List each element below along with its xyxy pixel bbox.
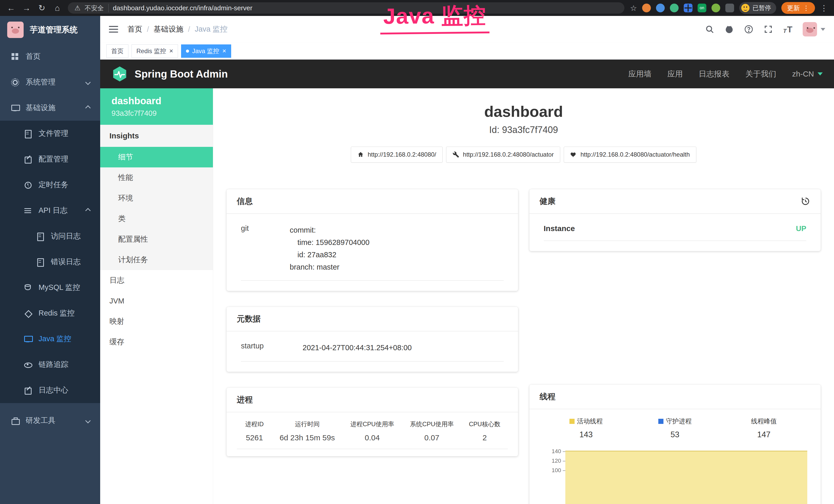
breadcrumb: 首页 / 基础设施 / Java 监控 <box>127 24 227 35</box>
sba-language-value: zh-CN <box>792 70 814 78</box>
app-logo[interactable]: 芋道管理系统 <box>0 16 100 44</box>
sidebar-item-system[interactable]: 系统管理 <box>0 69 100 95</box>
process-col-process-cpu: 进程CPU使用率 0.04 <box>343 420 402 442</box>
extension-icon-4[interactable] <box>684 4 693 12</box>
sidebar-item-files[interactable]: 文件管理 <box>0 121 100 146</box>
close-icon[interactable] <box>222 47 226 55</box>
sba-section-title: Insights <box>100 125 213 147</box>
monitor-icon <box>11 104 19 112</box>
extension-switch-on-icon[interactable] <box>698 4 706 12</box>
sba-item-environment[interactable]: 环境 <box>100 188 213 208</box>
breadcrumb-infra[interactable]: 基础设施 <box>154 24 183 35</box>
metadata-card: 元数据 startup 2021-04-27T00:44:31.254+08:0… <box>226 307 518 372</box>
sba-nav-journal[interactable]: 日志报表 <box>699 69 729 79</box>
breadcrumb-home[interactable]: 首页 <box>127 24 142 35</box>
close-icon[interactable] <box>169 47 173 55</box>
extension-icon-1[interactable] <box>642 4 651 12</box>
y-tick: 120 <box>542 458 565 467</box>
sidebar-item-java-monitor[interactable]: Java 监控 <box>0 326 100 352</box>
tab-redis-monitor[interactable]: Redis 监控 <box>132 44 178 58</box>
sba-language-select[interactable]: zh-CN <box>792 70 823 78</box>
sba-item-metrics[interactable]: 性能 <box>100 167 213 188</box>
sidebar-item-mysql[interactable]: MySQL 监控 <box>0 275 100 300</box>
sidebar-item-home[interactable]: 首页 <box>0 44 100 69</box>
sidebar-item-label: Java 监控 <box>39 334 71 344</box>
reload-icon[interactable]: ↻ <box>37 4 47 12</box>
col-header: 系统CPU使用率 <box>402 420 462 428</box>
git-time-line: time: 1596289704000 <box>298 236 504 249</box>
sidebar-item-label: 文件管理 <box>39 129 68 139</box>
sidebar-item-redis[interactable]: Redis 监控 <box>0 300 100 326</box>
sba-nav-about[interactable]: 关于我们 <box>745 69 776 79</box>
help-icon[interactable] <box>744 25 753 34</box>
legend-label: 活动线程 <box>577 417 603 426</box>
chevron-up-icon <box>85 105 91 110</box>
warning-icon: ⚠ <box>74 4 81 12</box>
sba-item-mappings[interactable]: 映射 <box>100 311 213 332</box>
legend-value: 147 <box>720 430 808 439</box>
extension-icon-6[interactable] <box>725 4 734 12</box>
sidebar-item-trace[interactable]: 链路追踪 <box>0 352 100 377</box>
avatar <box>803 22 817 37</box>
document-icon <box>36 232 44 240</box>
extension-icon-2[interactable] <box>656 4 665 12</box>
eye-icon <box>24 361 32 369</box>
sidebar-item-label: 基础设施 <box>26 103 56 113</box>
github-icon[interactable] <box>725 25 734 34</box>
back-icon[interactable]: ← <box>6 4 16 12</box>
sba-item-details[interactable]: 细节 <box>100 147 213 167</box>
sba-item-caches[interactable]: 缓存 <box>100 332 213 352</box>
sidebar-item-devtools[interactable]: 研发工具 <box>0 408 100 433</box>
extension-icon-3[interactable] <box>670 4 679 12</box>
sidebar-item-label: MySQL 监控 <box>39 282 80 293</box>
sba-item-jvm[interactable]: JVM <box>100 291 213 311</box>
metadata-card-title: 元数据 <box>237 314 261 324</box>
breadcrumb-separator: / <box>188 25 190 33</box>
sidebar-item-config[interactable]: 配置管理 <box>0 146 100 172</box>
sidebar-item-error-log[interactable]: 错误日志 <box>0 249 100 275</box>
fullscreen-icon[interactable] <box>764 25 773 34</box>
search-icon[interactable] <box>705 25 714 34</box>
browser-profile-button[interactable]: 已暂停 <box>739 2 776 14</box>
sba-nav-applications[interactable]: 应用 <box>667 69 683 79</box>
sba-nav-wallboard[interactable]: 应用墙 <box>628 69 651 79</box>
sidebar-item-cron[interactable]: 定时任务 <box>0 172 100 198</box>
card-title: 健康 <box>529 189 821 214</box>
bookmark-star-icon[interactable]: ☆ <box>630 4 637 13</box>
metadata-card-body: startup 2021-04-27T00:44:31.254+08:00 <box>226 331 518 372</box>
sidebar-item-access-log[interactable]: 访问日志 <box>0 223 100 249</box>
git-branch-line: branch: master <box>290 261 504 273</box>
sidebar-item-label: 定时任务 <box>39 180 68 190</box>
sba-item-configprops[interactable]: 配置属性 <box>100 229 213 250</box>
instance-links: http://192.168.0.2:48080/ http://192.168… <box>213 146 834 162</box>
fold-menu-icon[interactable] <box>109 26 118 32</box>
instance-url-link[interactable]: http://192.168.0.2:48080/ <box>351 146 443 162</box>
forward-icon[interactable]: → <box>22 4 31 12</box>
home-icon[interactable]: ⌂ <box>52 4 62 12</box>
sidebar-item-label: 错误日志 <box>51 257 81 267</box>
git-commit-line: commit: <box>290 224 504 236</box>
actuator-url-link[interactable]: http://192.168.0.2:48080/actuator <box>446 146 560 162</box>
browser-menu-icon[interactable]: ⋮ <box>820 4 828 13</box>
sidebar-item-api-log[interactable]: API 日志 <box>0 198 100 223</box>
health-instance-label: Instance <box>544 224 575 233</box>
user-menu[interactable] <box>803 22 825 37</box>
threads-chart: 140 120 100 <box>542 448 809 504</box>
font-size-icon[interactable] <box>783 24 792 35</box>
history-icon[interactable] <box>800 197 810 206</box>
sidebar-item-log-center[interactable]: 日志中心 <box>0 377 100 403</box>
metadata-key: startup <box>241 342 303 354</box>
tab-java-monitor[interactable]: Java 监控 <box>181 44 231 58</box>
tab-home[interactable]: 首页 <box>106 44 128 58</box>
update-button[interactable]: 更新 ⋮ <box>781 2 815 14</box>
sba-item-logs[interactable]: 日志 <box>100 270 213 291</box>
health-url-link[interactable]: http://192.168.0.2:48080/actuator/health <box>564 146 696 162</box>
sba-item-classes[interactable]: 类 <box>100 208 213 229</box>
extension-icon-5[interactable] <box>711 4 720 12</box>
sidebar-item-infra[interactable]: 基础设施 <box>0 95 100 121</box>
sba-item-scheduledtasks[interactable]: 计划任务 <box>100 250 213 270</box>
health-card-body: Instance UP <box>529 214 821 251</box>
legend-value: 53 <box>631 430 720 439</box>
address-bar[interactable]: ⚠ 不安全 dashboard.yudao.iocoder.cn/infra/a… <box>68 2 624 14</box>
heart-icon <box>570 151 577 158</box>
